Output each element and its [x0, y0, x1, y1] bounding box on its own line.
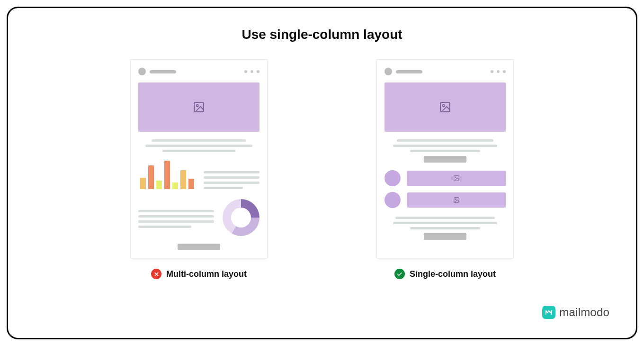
window-controls — [491, 70, 506, 73]
svg-rect-6 — [454, 198, 459, 203]
text-line — [162, 150, 235, 152]
text-line — [395, 217, 495, 219]
multi-body — [138, 158, 259, 250]
list-item — [385, 192, 506, 208]
text-line — [397, 139, 494, 142]
text-line — [393, 145, 497, 147]
text-lines — [385, 139, 506, 152]
svg-point-7 — [455, 199, 456, 200]
window-dot — [250, 70, 253, 73]
image-icon — [193, 101, 205, 113]
caption-bad-label: Multi-column layout — [166, 269, 247, 279]
avatar — [385, 68, 392, 75]
brand-logo — [542, 306, 555, 319]
svg-rect-0 — [194, 102, 204, 112]
donut-chart — [223, 199, 259, 236]
svg-rect-2 — [440, 102, 450, 112]
image-icon — [439, 101, 451, 113]
example-single-column: Single-column layout — [376, 59, 514, 279]
content-row-chart-text — [138, 158, 259, 189]
single-body — [385, 139, 506, 250]
text-line — [138, 215, 214, 218]
brand: mailmodo — [542, 306, 609, 319]
hero-image — [138, 82, 259, 132]
example-multi-column: Multi-column layout — [130, 59, 268, 279]
bar — [156, 181, 162, 189]
hero-image — [385, 82, 506, 132]
text-lines — [385, 217, 506, 229]
check-badge — [394, 269, 405, 279]
cta-button-placeholder — [424, 156, 466, 163]
text-line — [145, 145, 252, 147]
window-topbar — [138, 66, 259, 77]
window-dot — [491, 70, 493, 73]
diagram-frame: Use single-column layout — [7, 7, 637, 339]
text-line — [138, 210, 214, 212]
text-line — [393, 222, 497, 224]
mock-window-multi — [130, 59, 268, 258]
window-dot — [503, 70, 506, 73]
text-line — [204, 171, 259, 173]
text-line — [204, 187, 243, 189]
list-avatar — [385, 192, 401, 208]
username-placeholder — [396, 70, 422, 73]
svg-point-5 — [455, 177, 456, 178]
cross-icon — [153, 271, 160, 277]
list-image-strip — [407, 171, 506, 186]
window-dot — [257, 70, 259, 73]
comparison-row: Multi-column layout — [27, 59, 617, 279]
text-lines — [138, 139, 259, 152]
mock-window-single — [376, 59, 514, 258]
image-icon — [453, 197, 460, 203]
bar — [188, 179, 194, 189]
text-lines — [138, 207, 214, 228]
bar — [148, 165, 154, 189]
text-line — [410, 150, 480, 152]
caption-good: Single-column layout — [394, 269, 496, 279]
check-icon — [396, 271, 402, 277]
brand-mark-icon — [545, 308, 553, 317]
text-line — [152, 139, 246, 142]
text-line — [138, 226, 191, 228]
page-title: Use single-column layout — [242, 27, 402, 42]
bar — [140, 178, 146, 189]
avatar — [138, 68, 146, 75]
bar — [180, 170, 186, 189]
window-controls — [244, 70, 259, 73]
image-icon — [453, 175, 460, 182]
text-line — [204, 182, 259, 184]
text-lines — [204, 168, 259, 189]
cta-button-placeholder — [178, 244, 220, 250]
bar — [164, 161, 170, 189]
bar — [172, 182, 178, 189]
svg-point-1 — [197, 105, 198, 107]
topbar-left — [385, 68, 422, 75]
svg-rect-4 — [454, 176, 459, 181]
window-dot — [244, 70, 247, 73]
caption-bad: Multi-column layout — [151, 269, 247, 279]
list-image-strip — [407, 192, 506, 208]
caption-good-label: Single-column layout — [410, 269, 496, 279]
content-row-text-donut — [138, 199, 259, 236]
cta-button-placeholder — [424, 233, 466, 240]
text-line — [410, 227, 480, 229]
svg-point-3 — [443, 105, 445, 107]
list-item — [385, 170, 506, 186]
text-line — [204, 176, 259, 179]
bar-chart — [138, 158, 195, 189]
list-avatar — [385, 170, 401, 186]
topbar-left — [138, 68, 176, 75]
cross-badge — [151, 269, 161, 279]
window-topbar — [385, 66, 506, 77]
brand-name: mailmodo — [559, 306, 609, 319]
username-placeholder — [150, 70, 176, 73]
text-line — [138, 220, 214, 223]
window-dot — [497, 70, 500, 73]
